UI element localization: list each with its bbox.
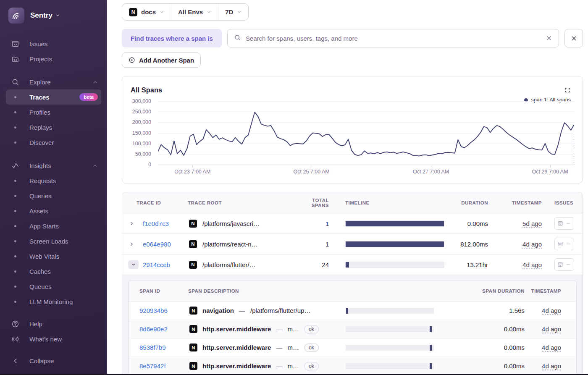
sidebar-item-screen-loads[interactable]: Screen Loads <box>6 233 101 249</box>
sidebar-item-issues[interactable]: Issues <box>6 36 101 51</box>
duration-value: 812.00ms <box>449 241 491 248</box>
sidebar-item-assets[interactable]: Assets <box>6 203 101 218</box>
x-axis-tick-label: Oct 25 7:00 AM <box>294 169 330 175</box>
chevron-down-icon <box>207 8 211 16</box>
project-selector[interactable]: N docs <box>122 4 171 20</box>
span-id-link[interactable]: 8d6e90e2 <box>139 325 168 333</box>
trace-row: e064e980 N /platforms/react-n… 1 812.00m… <box>122 234 583 254</box>
sidebar-item-label: LLM Monitoring <box>29 298 73 305</box>
issues-count-button[interactable] <box>554 258 574 271</box>
trace-root-text: /platforms/react-n… <box>202 241 258 248</box>
bullet-icon <box>11 240 19 242</box>
bullet-icon <box>11 255 19 257</box>
bullet-icon <box>11 126 19 128</box>
sidebar-item-replays[interactable]: Replays <box>6 120 101 135</box>
total-spans-value: 24 <box>295 261 333 268</box>
sidebar-section-insights[interactable]: Insights <box>6 158 101 173</box>
sidebar-item-queues[interactable]: Queues <box>6 279 101 294</box>
chart-x-axis: Oct 23 7:00 AMOct 25 7:00 AMOct 27 7:00 … <box>158 165 574 176</box>
x-axis-tick-label: Oct 23 7:00 AM <box>174 169 210 175</box>
sidebar-item-label: Profiles <box>29 109 50 116</box>
y-axis-tick-label: 100,000 <box>132 141 151 147</box>
expand-row-chevron-icon[interactable] <box>128 220 135 227</box>
sidebar-item-collapse[interactable]: Collapse <box>6 353 101 368</box>
sidebar-item-app-starts[interactable]: App Starts <box>6 218 101 233</box>
remove-span-filter-button[interactable] <box>564 29 583 47</box>
add-another-span-button[interactable]: Add Another Span <box>122 52 201 68</box>
sidebar-item-discover[interactable]: Discover <box>6 135 101 150</box>
sidebar-item-traces[interactable]: Tracesbeta <box>6 89 101 105</box>
span-timestamp-value[interactable]: 4d ago <box>542 362 561 370</box>
environment-selector[interactable]: All Envs <box>171 4 218 20</box>
issues-icon <box>11 40 19 48</box>
org-switcher[interactable]: Sentry <box>30 11 60 20</box>
sidebar-item-label: Queues <box>29 283 52 290</box>
org-name: Sentry <box>30 11 52 20</box>
col-span-description: SPAN DESCRIPTION <box>186 288 339 294</box>
insights-icon <box>11 162 19 170</box>
sidebar-item-queries[interactable]: Queries <box>6 188 101 203</box>
span-description-text: m… <box>287 362 299 370</box>
chevron-up-icon <box>92 79 98 85</box>
trace-row-expanded: 2914cceb N /platforms/flutter/… 24 13.21… <box>122 254 583 275</box>
sidebar-item-profiles[interactable]: Profiles <box>6 105 101 120</box>
expand-chart-icon[interactable] <box>564 87 571 94</box>
nextjs-platform-icon: N <box>189 307 197 315</box>
search-icon <box>234 34 241 43</box>
date-range-selector-label: 7D <box>225 8 233 16</box>
sidebar-footer: HelpWhat's new <box>6 316 101 346</box>
separator: — <box>276 362 282 370</box>
span-search-row: Find traces where a span is <box>122 29 583 47</box>
bullet-icon <box>11 210 19 212</box>
timestamp-value[interactable]: 4d ago <box>522 241 542 248</box>
sidebar-item-help[interactable]: Help <box>6 316 101 331</box>
sidebar-item-llm-monitoring[interactable]: LLM Monitoring <box>6 294 101 309</box>
clear-search-icon[interactable] <box>546 35 552 42</box>
bullet-icon <box>11 180 19 182</box>
span-timestamp-value[interactable]: 4d ago <box>542 307 561 314</box>
sidebar-item-label: Queries <box>29 192 52 199</box>
sentry-logo-icon[interactable] <box>8 8 24 24</box>
span-search-box <box>227 29 559 47</box>
issues-count-button[interactable] <box>554 217 574 230</box>
nextjs-platform-icon: N <box>189 362 197 370</box>
issues-count-button[interactable] <box>554 238 574 250</box>
sidebar-item-label: What's new <box>29 336 62 343</box>
add-span-row: Add Another Span <box>122 52 583 68</box>
sidebar-section-explore[interactable]: Explore <box>6 74 101 89</box>
sidebar-item-requests[interactable]: Requests <box>6 173 101 188</box>
sidebar-item-projects[interactable]: Projects <box>6 51 101 66</box>
span-timestamp-value[interactable]: 4d ago <box>542 344 561 351</box>
bullet-icon <box>11 225 19 227</box>
span-search-input[interactable] <box>246 35 541 42</box>
trace-id-link[interactable]: e064e980 <box>140 241 171 248</box>
sidebar-item-label: Discover <box>29 139 54 146</box>
span-timestamp-value[interactable]: 4d ago <box>542 325 561 333</box>
trace-root-text: /platforms/javascri… <box>202 220 260 227</box>
collapse-row-chevron-icon[interactable] <box>128 260 139 269</box>
span-id-link[interactable]: 8e57942f <box>139 362 166 370</box>
bullet-icon <box>11 301 19 303</box>
chart-title: All Spans <box>131 86 162 94</box>
span-id-link[interactable]: 920934b6 <box>139 307 168 314</box>
expand-row-chevron-icon[interactable] <box>128 241 135 248</box>
date-range-selector[interactable]: 7D <box>218 4 248 20</box>
span-status-badge: ok <box>304 362 319 370</box>
trace-id-link[interactable]: f1e0d7c3 <box>140 220 169 227</box>
sidebar-item-what-s-new[interactable]: What's new <box>6 331 101 346</box>
span-id-link[interactable]: 8538f7b9 <box>139 344 166 351</box>
sidebar-nav: IssuesProjectsExploreTracesbetaProfilesR… <box>6 36 101 309</box>
sidebar-item-label: Insights <box>29 162 51 169</box>
sidebar-item-label: Traces <box>29 94 50 101</box>
timestamp-value[interactable]: 4d ago <box>522 261 542 268</box>
y-axis-tick-label: 50,000 <box>135 151 151 157</box>
timestamp-value[interactable]: 5d ago <box>522 220 542 227</box>
chevron-down-icon <box>237 8 242 16</box>
sidebar-item-web-vitals[interactable]: Web Vitals <box>6 249 101 264</box>
sidebar-item-label: Replays <box>29 124 52 131</box>
trace-id-link[interactable]: 2914cceb <box>140 261 170 268</box>
sidebar-item-caches[interactable]: Caches <box>6 264 101 279</box>
beta-badge: beta <box>79 93 98 101</box>
sidebar-item-label: Projects <box>29 55 52 63</box>
sidebar: Sentry IssuesProjectsExploreTracesbetaPr… <box>0 0 107 375</box>
